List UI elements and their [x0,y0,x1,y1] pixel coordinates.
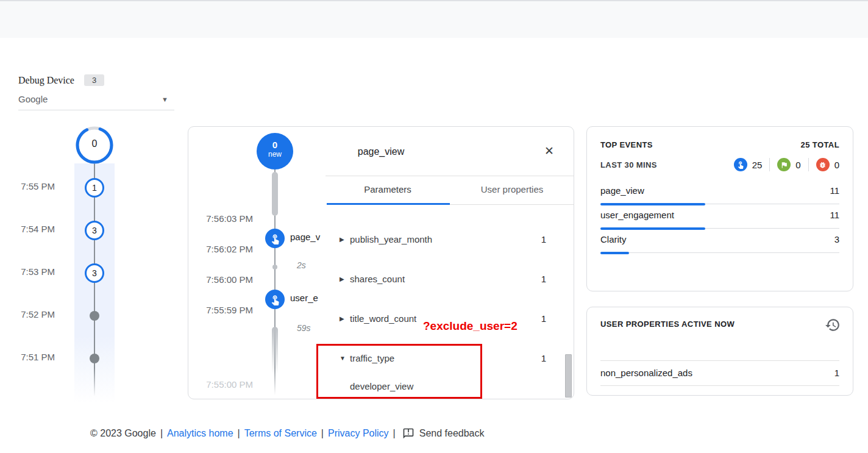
tap-event-icon[interactable] [265,290,285,309]
error-counter: 0 [816,158,839,171]
counter-divider [769,158,770,171]
timeline-time-label: 7:52 PM [11,309,55,319]
footer-separator: | [393,428,396,439]
event-name: user_engagement [600,210,674,220]
user-property-row[interactable]: non_personalized_ads 1 [600,360,839,386]
top-events-title: TOP EVENTS [600,140,653,149]
timeline-minute-bubble[interactable]: 3 [85,263,104,283]
event-name: Clarity [600,234,627,244]
top-event-row[interactable]: page_view 11 [600,180,839,204]
stream-gap-label: 59s [297,323,311,333]
timeline-time-label: 7:53 PM [11,266,55,277]
bug-icon [816,158,830,171]
tap-event-icon[interactable] [265,229,285,248]
param-name: shares_count [350,273,405,286]
expander-collapsed-icon: ▶ [340,236,344,243]
device-select-value: Google [18,94,48,104]
stream-timestamp: 7:55:59 PM [194,305,253,315]
stream-event-name[interactable]: user_e [290,293,326,303]
param-name: title_word_count [350,312,416,326]
stream-timestamp: 7:56:03 PM [194,213,253,224]
param-value: 1 [541,273,546,286]
last-30-mins-label: LAST 30 MINS [600,160,657,169]
tap-events-counter: 25 [734,158,763,171]
tab-user-properties[interactable]: User properties [450,176,574,205]
event-detail-dialog: 0 new page_view ✕ Parameters User proper… [188,126,574,399]
analytics-home-link[interactable]: Analytics home [167,428,233,439]
param-value: 1 [541,312,546,326]
param-row[interactable]: ▶ shares_count 1 [335,273,549,286]
send-feedback-link[interactable]: Send feedback [419,428,485,439]
expander-collapsed-icon: ▶ [340,276,344,282]
dialog-title: page_view [188,146,574,157]
user-property-name: non_personalized_ads [600,368,692,378]
debug-device-count-badge: 3 [84,74,104,86]
event-bar [600,252,629,254]
event-count: 3 [834,234,839,244]
param-value: 1 [541,352,546,365]
terms-of-service-link[interactable]: Terms of Service [244,428,317,439]
top-events-header: TOP EVENTS 25 TOTAL [600,140,839,149]
stream-timestamp: 7:56:00 PM [194,274,253,285]
debug-device-label-row: Debug Device 3 [18,74,104,86]
param-name: publish_year_month [350,233,432,246]
top-events-subheader: LAST 30 MINS 25 0 [600,157,839,172]
stream-mini-dot [272,265,277,269]
stream-thick-segment [272,172,278,216]
param-row[interactable]: ▶ publish_year_month 1 [335,233,549,246]
timeline-minute-bubble[interactable]: 1 [85,178,104,198]
stream-event-name[interactable]: page_v [290,232,326,242]
top-event-row[interactable]: Clarity 3 [600,229,839,253]
user-property-value: 1 [834,368,839,378]
annotation-text: ?exclude_user=2 [423,319,518,333]
timeline-time-label: 7:55 PM [11,181,55,191]
footer: © 2023 Google | Analytics home | Terms o… [90,426,484,441]
top-event-row[interactable]: user_engagement 11 [600,204,839,229]
footer-separator: | [321,428,324,439]
event-name: page_view [600,185,644,196]
stream-gap-label: 2s [297,260,306,270]
user-properties-title: USER PROPERTIES ACTIVE NOW [600,319,735,329]
top-events-panel: TOP EVENTS 25 TOTAL LAST 30 MINS 25 0 [586,126,853,291]
active-tab-underline [327,203,450,205]
history-icon[interactable] [824,316,842,334]
close-icon[interactable]: ✕ [541,143,558,160]
counter-divider [808,158,809,171]
tab-baseline [450,204,574,205]
timeline-minute-bubble[interactable]: 3 [85,221,104,240]
top-events-total: 25 TOTAL [801,140,839,149]
user-properties-panel: USER PROPERTIES ACTIVE NOW non_personali… [586,307,853,396]
timeline-time-label: 7:51 PM [11,352,55,362]
flag-icon [777,158,791,171]
conversion-counter: 0 [777,158,800,171]
stream-timestamp: 7:56:02 PM [194,244,253,254]
dialog-tabs: Parameters User properties [326,176,574,205]
scrollbar-thumb[interactable] [565,354,572,398]
timeline-loading-spinner: 0 [74,125,115,165]
stream-thick-segment [272,327,278,374]
timeline-minute-dot[interactable] [90,311,99,321]
chevron-down-icon: ▼ [162,96,168,103]
privacy-policy-link[interactable]: Privacy Policy [328,428,389,439]
footer-separator: | [160,428,163,439]
annotation-rectangle [316,344,482,399]
tab-parameters[interactable]: Parameters [326,176,450,205]
copyright-text: © 2023 Google [90,428,156,439]
feedback-icon [402,427,414,440]
param-value: 1 [541,233,546,246]
event-count: 11 [830,210,839,220]
top-header-bar [0,0,868,38]
tap-events-icon [734,158,747,171]
debugview-screen: Debug Device 3 Google ▼ 0 7:55 PM 1 7:54… [0,0,868,453]
timeline-minute-dot[interactable] [90,354,99,363]
error-count: 0 [834,160,839,170]
event-count: 11 [830,185,839,196]
event-type-counters: 25 0 0 [734,158,839,171]
conversion-count: 0 [795,160,800,170]
footer-separator: | [238,428,240,439]
expander-collapsed-icon: ▶ [340,315,344,322]
debug-device-label: Debug Device [18,75,74,86]
tap-events-count: 25 [752,160,763,170]
device-select-dropdown[interactable]: Google ▼ [18,90,174,110]
timeline-time-label: 7:54 PM [11,224,55,234]
